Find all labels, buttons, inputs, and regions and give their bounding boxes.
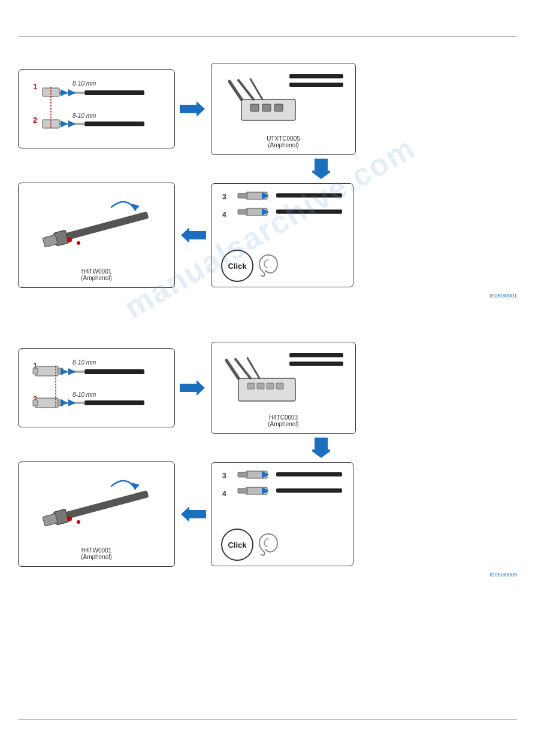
svg-rect-9 (84, 122, 144, 126)
svg-text:4: 4 (222, 211, 226, 219)
svg-text:4: 4 (222, 490, 226, 498)
section2-step2-svg (217, 348, 349, 414)
svg-marker-52 (61, 368, 68, 375)
section2-ear-icon (257, 532, 280, 558)
svg-rect-67 (289, 362, 343, 366)
svg-rect-68 (238, 378, 295, 401)
section1-row1: 1 8-10 mm 2 8-10 mm (18, 63, 517, 155)
svg-rect-4 (43, 88, 59, 96)
svg-text:3: 3 (222, 193, 226, 201)
svg-line-23 (229, 81, 241, 99)
section2-down-arrow-container (18, 436, 517, 459)
section2-step2-label: H4TC0003 (Amphenol) (217, 414, 349, 427)
svg-point-82 (77, 520, 80, 524)
section2-click-row: Click (221, 529, 348, 561)
section2-step3-svg (25, 468, 168, 546)
svg-rect-27 (60, 211, 149, 241)
section2-step4-svg: 3 4 (216, 467, 348, 527)
svg-text:2: 2 (33, 116, 37, 125)
svg-rect-90 (276, 488, 342, 493)
svg-rect-56 (84, 400, 144, 405)
svg-point-31 (67, 238, 72, 242)
section2-down-arrow (312, 436, 330, 459)
section1-click-row: Click (221, 250, 348, 282)
svg-rect-17 (289, 74, 343, 78)
svg-rect-21 (262, 104, 271, 111)
svg-marker-33 (181, 227, 204, 243)
svg-text:8-10 mm: 8-10 mm (72, 113, 96, 119)
svg-marker-83 (181, 506, 204, 522)
section1-ear-icon (257, 253, 280, 279)
section2-left-arrow (180, 505, 206, 523)
svg-rect-36 (276, 193, 342, 198)
section1-step3-box: H4TW0001 (Amphenol) (18, 183, 175, 288)
left-arrow-svg2 (180, 505, 206, 523)
svg-rect-86 (276, 472, 342, 476)
section1-right-arrow (180, 100, 206, 118)
section1-down-arrow (312, 157, 330, 180)
section2: 1 8-10 mm 2 8-10 mm (18, 342, 517, 579)
svg-marker-65 (180, 384, 182, 392)
svg-rect-71 (267, 383, 274, 389)
svg-rect-70 (257, 383, 264, 389)
right-arrow-svg (180, 100, 206, 118)
section1-step4-box: 3 4 (211, 183, 353, 287)
section2-right-arrow (180, 379, 206, 397)
svg-rect-2 (84, 90, 144, 95)
svg-rect-40 (276, 210, 342, 214)
section1-step4-svg: 3 4 (216, 189, 348, 248)
section2-row2: H4TW0001 (Amphenol) 3 (18, 462, 517, 567)
section2-step2-box: H4TC0003 (Amphenol) (211, 342, 356, 434)
svg-marker-64 (182, 380, 205, 396)
svg-rect-69 (247, 383, 255, 389)
section1: 1 8-10 mm 2 8-10 mm (18, 63, 517, 300)
section1-step3-label: H4TW0001 (Amphenol) (25, 268, 168, 281)
svg-rect-42 (238, 210, 247, 214)
svg-marker-12 (61, 120, 68, 127)
section2-row1: 1 8-10 mm 2 8-10 mm (18, 342, 517, 434)
right-arrow-svg2 (180, 379, 206, 397)
svg-rect-72 (276, 383, 283, 389)
svg-text:8-10 mm: 8-10 mm (72, 391, 96, 398)
svg-text:8-10 mm: 8-10 mm (72, 359, 96, 366)
top-rule (18, 36, 517, 37)
section1-left-arrow (180, 226, 206, 244)
svg-rect-58 (35, 398, 58, 408)
svg-rect-38 (238, 193, 247, 198)
left-arrow-svg (180, 226, 206, 244)
svg-marker-53 (68, 368, 75, 375)
svg-rect-18 (289, 83, 343, 87)
svg-rect-49 (35, 366, 58, 376)
svg-marker-34 (204, 231, 206, 239)
section1-step2-svg (217, 69, 349, 135)
svg-marker-26 (312, 159, 330, 179)
section2-step1-box: 1 8-10 mm 2 8-10 mm (18, 348, 175, 427)
section2-step1-svg: 1 8-10 mm 2 8-10 mm (25, 355, 168, 421)
section2-click-bubble: Click (221, 529, 253, 561)
svg-text:1: 1 (33, 82, 37, 91)
section2-ref-label: IS06I30005 (18, 568, 517, 579)
svg-rect-22 (274, 104, 283, 111)
svg-rect-29 (43, 235, 58, 247)
svg-marker-5 (61, 89, 68, 96)
section1-down-arrow-container (18, 157, 517, 180)
svg-rect-77 (60, 490, 149, 520)
svg-marker-15 (182, 101, 205, 117)
section1-step1-box: 1 8-10 mm 2 8-10 mm (18, 69, 175, 148)
svg-rect-20 (250, 104, 259, 111)
section1-row2: H4TW0001 (Amphenol) 3 (18, 183, 517, 288)
section1-step2-box: UTXTC0005 (Amphenol) (211, 63, 356, 155)
svg-marker-62 (68, 399, 75, 406)
svg-marker-76 (312, 438, 330, 458)
svg-rect-79 (43, 514, 58, 526)
svg-rect-47 (84, 369, 144, 374)
section2-step3-label: H4TW0001 (Amphenol) (25, 547, 168, 560)
section1-click-bubble: Click (221, 250, 253, 282)
section1-step3-svg (25, 189, 168, 267)
svg-line-73 (226, 360, 238, 378)
bottom-rule (18, 719, 517, 720)
section1-ref-label: IS06I30001 (18, 289, 517, 300)
svg-point-81 (67, 517, 72, 521)
section2-step3-box: H4TW0001 (Amphenol) (18, 462, 175, 567)
svg-marker-84 (204, 510, 206, 518)
